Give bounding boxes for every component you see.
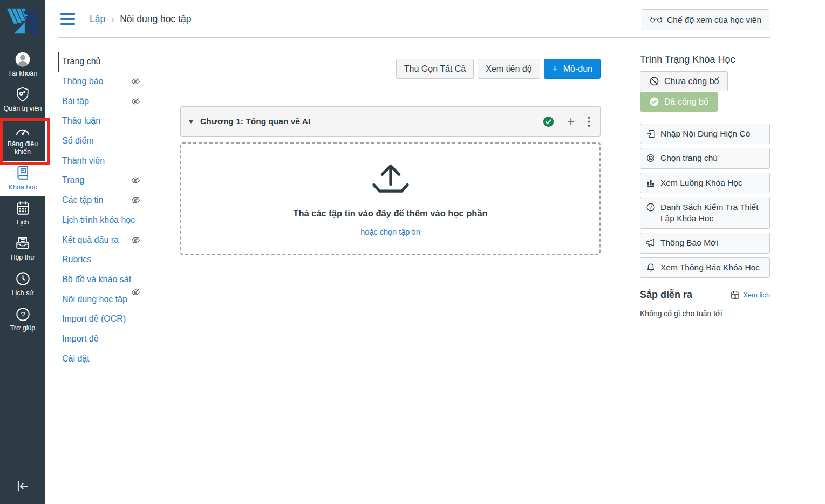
megaphone-icon bbox=[646, 238, 656, 248]
sidebar-item-label: Tài khoản bbox=[8, 70, 38, 77]
hamburger-menu-icon[interactable] bbox=[60, 13, 75, 25]
publish-button[interactable]: Đã công bố bbox=[640, 92, 718, 112]
hidden-eye-icon bbox=[131, 77, 140, 86]
file-drop-zone[interactable]: Thả các tập tin vào đây để thêm vào học … bbox=[180, 142, 601, 255]
sidebar-item-label: Lịch bbox=[17, 219, 29, 226]
choose-files-link[interactable]: hoặc chọn tập tin bbox=[360, 228, 420, 236]
glasses-icon bbox=[650, 16, 663, 23]
course-nav-import-ocr[interactable]: Import đề (OCR) bbox=[58, 309, 171, 329]
breadcrumb-course-link[interactable]: Lập bbox=[90, 13, 105, 25]
calendar-day-icon: 3 bbox=[731, 290, 740, 299]
sidebar-item-label: Khóa học bbox=[9, 183, 37, 191]
collapse-all-button[interactable]: Thu Gọn Tất Cả bbox=[396, 59, 474, 79]
add-module-button[interactable]: + Mô-đun bbox=[544, 59, 601, 79]
module-title: Chương 1: Tổng quan về AI bbox=[200, 117, 310, 126]
calendar-icon bbox=[16, 201, 30, 216]
module-published-check-icon[interactable] bbox=[543, 116, 554, 127]
modules-toolbar: Thu Gọn Tất Cả Xem tiến độ + Mô-đun bbox=[180, 59, 601, 79]
course-nav-announcements[interactable]: Thông báo bbox=[58, 72, 171, 92]
shield-key-icon bbox=[16, 87, 30, 102]
user-icon bbox=[14, 52, 31, 67]
breadcrumb-current-page: Nội dung học tập bbox=[120, 13, 191, 25]
course-status-sidebar: Trình Trạng Khóa Học Chưa công bố Đã côn… bbox=[640, 54, 770, 318]
course-stream-button[interactable]: Xem Luồng Khóa Học bbox=[640, 173, 770, 193]
global-nav: Tài khoản Quản trị viên Bảng điều khiển … bbox=[0, 0, 45, 504]
course-nav-discussions[interactable]: Thảo luận bbox=[58, 111, 171, 131]
course-nav-people[interactable]: Thành viên bbox=[58, 151, 171, 171]
hidden-eye-icon bbox=[131, 196, 140, 205]
inbox-icon bbox=[15, 236, 30, 251]
canvas-lms-page: Tài khoản Quản trị viên Bảng điều khiển … bbox=[0, 0, 825, 504]
sidebar-item-dashboard[interactable]: Bảng điều khiển bbox=[0, 118, 45, 161]
choose-home-page-button[interactable]: Chọn trang chủ bbox=[640, 148, 770, 168]
sidebar-item-label: Lịch sử bbox=[11, 289, 33, 297]
student-view-label: Chế độ xem của học viên bbox=[667, 15, 761, 25]
hidden-eye-icon bbox=[131, 235, 140, 244]
sidebar-item-label: Quản trị viên bbox=[4, 105, 42, 112]
target-icon bbox=[646, 153, 656, 163]
dashboard-gauge-icon bbox=[15, 122, 31, 138]
institution-logo[interactable] bbox=[6, 0, 39, 47]
course-nav-syllabus[interactable]: Lịch trình khóa học bbox=[58, 210, 171, 230]
view-calendar-link[interactable]: Xem lịch bbox=[743, 291, 770, 299]
course-nav: Trang chủ Thông báo Bài tập Thảo luận Sổ… bbox=[58, 52, 171, 369]
course-status-heading: Trình Trạng Khóa Học bbox=[640, 54, 770, 65]
breadcrumb: Lập › Nội dung học tập bbox=[90, 13, 192, 25]
check-circle-icon bbox=[649, 97, 659, 107]
bar-chart-icon bbox=[646, 178, 656, 188]
sidebar-item-label: Bảng điều khiển bbox=[1, 140, 44, 156]
sidebar-item-label: Trợ giúp bbox=[10, 324, 36, 332]
module-header: Chương 1: Tổng quan về AI + bbox=[180, 106, 601, 137]
dropzone-title: Thả các tập tin vào đây để thêm vào học … bbox=[293, 208, 487, 219]
collapse-nav-button[interactable] bbox=[4, 476, 42, 499]
new-announcement-button[interactable]: Thông Báo Mới bbox=[640, 233, 770, 253]
svg-text:?: ? bbox=[649, 205, 652, 210]
course-nav-modules[interactable]: Nội dung học tập bbox=[58, 289, 171, 309]
course-nav-import[interactable]: Import đề bbox=[58, 329, 171, 349]
clock-icon bbox=[16, 271, 30, 287]
header-divider bbox=[58, 37, 770, 38]
sidebar-item-calendar[interactable]: Lịch bbox=[0, 196, 45, 231]
course-nav-rubrics[interactable]: Rubrics bbox=[58, 250, 171, 270]
sidebar-item-help[interactable]: ? Trợ giúp bbox=[0, 302, 45, 337]
course-nav-grades[interactable]: Sổ điểm bbox=[58, 131, 171, 151]
hidden-eye-icon bbox=[131, 176, 140, 185]
view-progress-button[interactable]: Xem tiến độ bbox=[478, 59, 540, 79]
sidebar-item-label: Hộp thư bbox=[10, 254, 35, 261]
modules-area: Thu Gọn Tất Cả Xem tiến độ + Mô-đun Chươ… bbox=[180, 59, 601, 255]
svg-text:3: 3 bbox=[734, 295, 737, 299]
sidebar-item-history[interactable]: Lịch sử bbox=[0, 267, 45, 302]
course-nav-outcomes[interactable]: Kết quả đầu ra bbox=[58, 230, 171, 250]
course-nav-settings[interactable]: Cài đặt bbox=[58, 349, 171, 369]
add-item-plus-icon[interactable]: + bbox=[567, 115, 575, 128]
upload-icon bbox=[365, 161, 416, 194]
help-icon: ? bbox=[16, 307, 30, 322]
course-nav-quizzes[interactable]: Bộ đề và khảo sát bbox=[58, 270, 171, 290]
student-view-button[interactable]: Chế độ xem của học viên bbox=[642, 9, 769, 30]
course-nav-home[interactable]: Trang chủ bbox=[58, 52, 171, 72]
import-content-button[interactable]: Nhập Nội Dung Hiện Có bbox=[640, 124, 770, 144]
course-nav-assignments[interactable]: Bài tập bbox=[58, 91, 171, 111]
coming-up-empty-text: Không có gì cho tuần tới bbox=[640, 309, 770, 318]
collapse-module-caret-icon[interactable] bbox=[188, 120, 194, 124]
svg-text:?: ? bbox=[21, 310, 25, 318]
book-icon bbox=[16, 166, 30, 181]
course-actions: Nhập Nội Dung Hiện Có Chọn trang chủ Xem… bbox=[640, 124, 770, 278]
coming-up-divider bbox=[640, 305, 770, 305]
plus-icon: + bbox=[552, 63, 558, 75]
sidebar-item-account[interactable]: Tài khoản bbox=[0, 47, 45, 83]
bell-icon bbox=[646, 263, 656, 273]
question-circle-icon: ? bbox=[646, 202, 656, 212]
course-nav-pages[interactable]: Trang bbox=[58, 171, 171, 190]
sidebar-item-admin[interactable]: Quản trị viên bbox=[0, 83, 45, 118]
sidebar-item-inbox[interactable]: Hộp thư bbox=[0, 231, 45, 267]
unpublish-button[interactable]: Chưa công bố bbox=[640, 71, 728, 91]
course-nav-files[interactable]: Các tập tin bbox=[58, 190, 171, 210]
sidebar-item-courses[interactable]: Khóa học bbox=[0, 161, 45, 196]
collapse-arrow-icon bbox=[15, 479, 31, 493]
ban-icon bbox=[649, 76, 659, 86]
module-kebab-menu-icon[interactable] bbox=[588, 116, 590, 127]
setup-checklist-button[interactable]: ? Danh Sách Kiểm Tra Thiết Lập Khóa Học bbox=[640, 197, 770, 229]
breadcrumb-separator: › bbox=[111, 15, 114, 24]
view-notifications-button[interactable]: Xem Thông Báo Khóa Học bbox=[640, 257, 770, 278]
